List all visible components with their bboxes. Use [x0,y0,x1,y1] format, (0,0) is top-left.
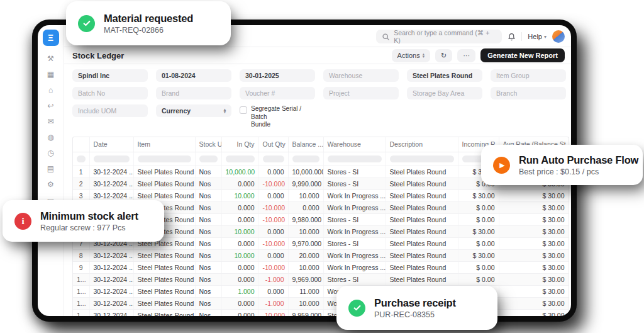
package-icon[interactable]: ▦ [46,70,56,79]
actions-button[interactable]: Actions ▴▾ [392,49,430,62]
check-circle-icon [78,15,95,32]
home-icon[interactable]: ⌂ [46,86,56,95]
filter-field[interactable]: Brand [156,87,231,99]
chevron-down-icon: ▾ [544,34,547,40]
filter-field[interactable]: Voucher # [240,87,315,99]
column-filter-cell[interactable] [195,152,221,166]
column-header[interactable]: Out Qty [258,137,288,152]
column-header[interactable]: Description [386,137,458,152]
search-icon [382,33,390,41]
purchase-receipt-card[interactable]: Purchase receipt PUR-REC-08355 [336,286,497,330]
filter-field[interactable]: Project [323,87,399,99]
include-uom-field[interactable]: Include UOM [72,104,148,117]
return-icon[interactable]: ↩ [46,101,56,111]
currency-select[interactable]: Currency ▴▾ [156,104,231,117]
tools-icon[interactable]: ⚒ [46,54,56,64]
card-subtitle: Best price : $0.15 / pcs [519,167,638,176]
sidebar: Ξ ⚒▦⌂↩✉◍◷▤⚙▭☰⊟ [38,25,64,316]
ellipsis-icon: ··· [463,52,470,59]
search-placeholder: Search or type a command (⌘ + K) [394,29,496,44]
topbar-divider [521,32,522,41]
column-header[interactable]: Stock U... [195,137,221,152]
material-requested-card[interactable]: Material requested MAT-REQ-02866 [66,1,231,45]
column-header[interactable]: Date [89,137,133,152]
filters-row-2: Batch NoBrandVoucher #ProjectStorage Bay… [72,87,566,99]
help-menu[interactable]: Help ▾ [528,33,547,40]
minimum-stock-alert-card[interactable]: i Minimum stock alert Regular screw : 97… [3,200,164,242]
card-subtitle: MAT-REQ-02866 [104,26,193,35]
filter-field[interactable]: Item Group [491,69,566,82]
column-header[interactable] [73,137,89,152]
notification-bell-icon[interactable] [508,33,516,41]
currency-label: Currency [162,107,191,115]
column-filter-cell[interactable] [386,152,458,166]
filter-field[interactable]: Storage Bay Area [407,87,482,99]
column-filter-cell[interactable] [258,152,288,166]
info-circle-icon: i [14,213,31,230]
filters-panel: Spindl Inc01-08-202430-01-2025WarehouseS… [64,64,571,135]
page-title: Stock Ledger [72,51,387,60]
help-label: Help [528,33,542,40]
table-row[interactable]: 9 30-12-2024 ... Steel Plates Round Nos … [73,262,569,274]
card-title: Purchase receipt [374,297,456,309]
column-filter-cell[interactable] [323,152,386,166]
play-circle-icon[interactable]: ▶ [493,157,510,174]
column-filter-cell[interactable] [221,152,258,166]
column-filter-cell[interactable] [288,152,323,166]
generate-report-button[interactable]: Generate New Report [480,48,565,62]
filter-field[interactable]: 01-08-2024 [156,69,231,82]
filters-row-3: Include UOM Currency ▴▾ Segregate Serial… [72,104,566,129]
segregate-checkbox[interactable] [240,106,247,114]
app-logo-icon[interactable]: Ξ [43,30,59,46]
clock-icon[interactable]: ◷ [46,149,56,158]
column-header[interactable]: In Qty [221,137,258,152]
check-circle-icon [348,300,365,317]
more-options-button[interactable]: ··· [457,49,475,62]
printer-icon[interactable]: ▤ [46,164,56,174]
column-header[interactable]: Warehouse [323,137,386,152]
segregate-checkbox-label: Segregate Serial / Batch Bundle [251,105,315,129]
globe-icon[interactable]: ◍ [46,133,56,142]
refresh-icon: ↻ [441,52,447,60]
run-auto-purchase-flow-card[interactable]: ▶ Run Auto Purchase Flow Best price : $0… [481,145,643,185]
filter-field[interactable]: Batch No [72,87,148,99]
avatar[interactable] [552,30,565,43]
filters-row-1: Spindl Inc01-08-202430-01-2025WarehouseS… [72,69,566,82]
column-header[interactable]: Item [133,137,195,152]
select-stepper-icon: ▴▾ [423,53,425,58]
settings-icon[interactable]: ⚙ [46,180,56,189]
column-header[interactable]: Balance ... [288,137,323,152]
mail-icon[interactable]: ✉ [46,117,56,127]
card-subtitle: PUR-REC-08355 [374,310,456,319]
card-title: Run Auto Purchase Flow [519,154,638,166]
column-filter-cell[interactable] [73,152,89,166]
refresh-button[interactable]: ↻ [435,49,452,62]
segregate-checkbox-group: Segregate Serial / Batch Bundle [240,104,315,129]
select-stepper-icon: ▴▾ [224,108,226,113]
filter-field[interactable]: Warehouse [323,69,399,82]
card-title: Minimum stock alert [40,210,138,222]
table-row[interactable]: 1... 30-12-2024 ... Steel Plates Round N… [73,274,569,286]
filter-field[interactable]: Branch [491,87,566,99]
column-filter-cell[interactable] [89,152,133,166]
actions-label: Actions [397,52,420,59]
report-titlebar: Stock Ledger Actions ▴▾ ↻ ··· Generate N… [64,47,571,64]
filter-field[interactable]: 30-01-2025 [240,69,315,82]
card-title: Material requested [104,13,193,25]
search-input[interactable]: Search or type a command (⌘ + K) [376,30,502,43]
table-row[interactable]: 8 30-12-2024 ... Steel Plates Round Nos … [73,250,569,262]
filter-field[interactable]: Spindl Inc [72,69,148,82]
card-subtitle: Regular screw : 977 Pcs [40,223,138,232]
filter-field[interactable]: Steel Plates Round [407,69,482,82]
column-filter-cell[interactable] [133,152,195,166]
